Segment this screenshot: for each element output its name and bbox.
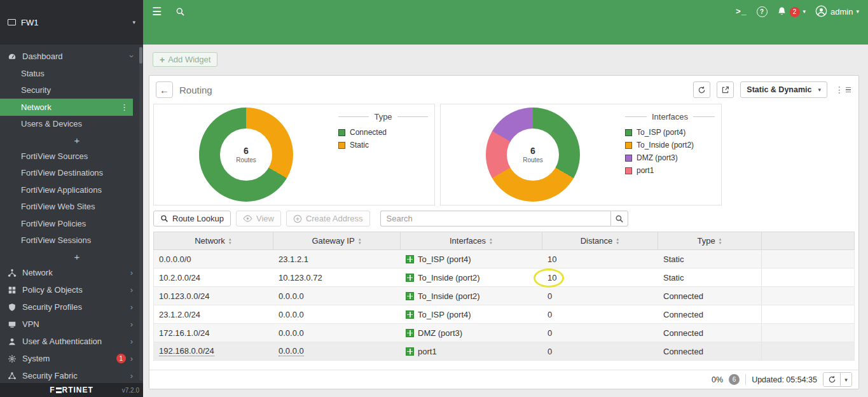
cell-distance: 0 xyxy=(548,328,552,338)
table-row[interactable]: 0.0.0.0/0 23.1.2.1 To_ISP (port4) 10 Sta… xyxy=(154,250,854,268)
sidebar-scrollbar[interactable] xyxy=(139,47,142,380)
donut-center: 6 Routes xyxy=(220,129,272,181)
search-input[interactable] xyxy=(380,211,610,226)
sidebar-item-dashboard[interactable]: Dashboard › xyxy=(0,48,143,65)
sidebar-item-fortiview-applications[interactable]: FortiView Applications xyxy=(0,181,143,198)
column-header-gateway[interactable]: Gateway IP▲▼ xyxy=(273,232,401,249)
open-in-new-button[interactable] xyxy=(717,81,734,98)
route-mode-dropdown[interactable]: Static & Dynamic ▾ xyxy=(740,81,827,98)
hamburger-menu-icon[interactable]: ☰ xyxy=(152,6,162,17)
add-dashboard-button[interactable]: + xyxy=(0,132,143,148)
sidebar-item-fortiview-web-sites[interactable]: FortiView Web Sites xyxy=(0,198,143,216)
fortigate-screen: ☰ >_ ? 2 ▾ admin xyxy=(0,0,868,397)
refresh-button[interactable] xyxy=(693,81,710,98)
shield-icon xyxy=(6,302,17,312)
item-options-icon[interactable]: ⋮ xyxy=(120,102,128,112)
hostname-selector[interactable]: FW1 ▾ xyxy=(0,0,143,45)
view-button[interactable]: View xyxy=(236,211,281,226)
legend-item-to-inside[interactable]: To_Inside (port2) xyxy=(625,141,715,150)
sidebar-item-security-profiles[interactable]: Security Profiles › xyxy=(0,298,143,316)
cli-console-icon[interactable]: >_ xyxy=(736,7,747,17)
legend-swatch xyxy=(338,129,345,136)
legend-item-dmz[interactable]: DMZ (port3) xyxy=(625,153,715,162)
interfaces-donut-chart[interactable]: 6 Routes xyxy=(486,108,580,202)
network-icon xyxy=(6,268,17,278)
table-row[interactable]: 10.123.0.0/24 0.0.0.0 To_Inside (port2) … xyxy=(154,287,854,305)
refresh-icon[interactable] xyxy=(823,373,840,386)
cell-distance-highlighted: 10 xyxy=(548,273,556,282)
sidebar-item-network-dashboard[interactable]: Network ⋮ xyxy=(0,99,133,116)
table-row[interactable]: 192.168.0.0/24 0.0.0.0 port1 0 Connected xyxy=(154,342,854,361)
cell-interface: DMZ (port3) xyxy=(418,328,462,338)
column-header-interfaces[interactable]: Interfaces▲▼ xyxy=(401,232,542,249)
legend-item-port1[interactable]: port1 xyxy=(625,166,715,175)
column-header-distance[interactable]: Distance▲▼ xyxy=(542,232,658,249)
sidebar-item-system[interactable]: System 1 › xyxy=(0,350,143,367)
table-row[interactable]: 23.1.2.0/24 0.0.0.0 To_ISP (port4) 0 Con… xyxy=(154,305,854,324)
sidebar-item-vpn[interactable]: VPN › xyxy=(0,316,143,333)
cell-interface: port1 xyxy=(418,347,437,356)
sidebar-menu: Dashboard › Status Security Network ⋮ Us… xyxy=(0,45,143,384)
help-icon[interactable]: ? xyxy=(757,6,768,17)
widget-options-button[interactable]: ⋮ xyxy=(834,85,852,95)
legend-item-connected[interactable]: Connected xyxy=(338,128,428,137)
sidebar-item-fortiview-destinations[interactable]: FortiView Destinations xyxy=(0,165,143,182)
sidebar-item-security[interactable]: Security xyxy=(0,82,143,99)
cell-distance: 0 xyxy=(548,310,552,319)
column-header-network[interactable]: Network▲▼ xyxy=(154,232,273,249)
sidebar-item-fortiview-sources[interactable]: FortiView Sources xyxy=(0,148,143,165)
donut-center: 6 Routes xyxy=(507,129,559,181)
firmware-version: v7.2.0 xyxy=(122,387,139,394)
plus-circle-icon xyxy=(293,214,302,223)
search-button[interactable] xyxy=(610,211,628,226)
footer-refresh-button[interactable]: ▾ xyxy=(823,372,852,387)
sidebar-item-security-fabric[interactable]: Security Fabric › xyxy=(0,367,143,384)
cell-interface: To_Inside (port2) xyxy=(418,273,480,282)
routes-table: Network▲▼ Gateway IP▲▼ Interfaces▲▼ Dist… xyxy=(153,232,855,361)
refresh-interval-dropdown[interactable]: ▾ xyxy=(840,373,851,386)
table-row[interactable]: 172.16.1.0/24 0.0.0.0 DMZ (port3) 0 Conn… xyxy=(154,324,854,342)
global-search-icon[interactable] xyxy=(176,7,185,17)
add-fortiview-button[interactable]: + xyxy=(0,249,143,264)
table-row[interactable]: 10.2.0.0/24 10.123.0.72 To_Inside (port2… xyxy=(154,268,854,287)
legend-title: Interfaces xyxy=(625,112,715,122)
sidebar-item-fortiview-sessions[interactable]: FortiView Sessions xyxy=(0,232,143,249)
legend-swatch xyxy=(625,155,632,162)
search-icon xyxy=(615,214,624,223)
load-percent: 0% xyxy=(712,375,723,384)
cell-gateway: 23.1.2.1 xyxy=(279,254,308,264)
legend-item-to-isp[interactable]: To_ISP (port4) xyxy=(625,128,715,137)
user-avatar-icon xyxy=(815,5,827,19)
interface-icon xyxy=(406,274,414,282)
sidebar-item-status[interactable]: Status xyxy=(0,65,143,82)
chevron-up-icon: › xyxy=(127,55,135,57)
route-count-badge: 6 xyxy=(729,374,740,385)
bell-icon xyxy=(777,6,787,18)
cell-type: Connected xyxy=(663,291,703,301)
cell-interface: To_Inside (port2) xyxy=(418,291,480,301)
main-content: + Add Widget ← Routing Static & Dynamic … xyxy=(143,45,868,397)
type-donut-chart[interactable]: 6 Routes xyxy=(199,108,293,202)
sidebar-item-policy-objects[interactable]: Policy & Objects › xyxy=(0,281,143,298)
scrollbar-thumb[interactable] xyxy=(139,47,142,64)
back-button[interactable]: ← xyxy=(156,81,173,98)
sidebar-item-user-authentication[interactable]: User & Authentication › xyxy=(0,333,143,350)
gear-icon xyxy=(6,354,17,364)
notifications-button[interactable]: 2 ▾ xyxy=(777,6,806,18)
sidebar-item-network[interactable]: Network › xyxy=(0,264,143,281)
route-lookup-button[interactable]: Route Lookup xyxy=(153,211,231,226)
user-menu-button[interactable]: admin ▾ xyxy=(815,5,859,19)
routing-widget: ← Routing Static & Dynamic ▾ ⋮ xyxy=(149,75,859,389)
create-address-button[interactable]: Create Address xyxy=(286,211,370,226)
sidebar-item-users-devices[interactable]: Users & Devices xyxy=(0,116,143,133)
column-header-type[interactable]: Type▲▼ xyxy=(658,232,762,249)
add-widget-button[interactable]: + Add Widget xyxy=(153,52,217,67)
sidebar-item-fortiview-policies[interactable]: FortiView Policies xyxy=(0,215,143,232)
divider xyxy=(745,374,746,385)
cell-gateway: 10.123.0.72 xyxy=(279,273,322,282)
route-toolbar: Route Lookup View Create Address xyxy=(149,205,858,232)
legend-item-static[interactable]: Static xyxy=(338,141,428,150)
cell-distance: 0 xyxy=(548,291,552,301)
eye-icon xyxy=(243,215,252,222)
widget-title: Routing xyxy=(179,85,212,95)
